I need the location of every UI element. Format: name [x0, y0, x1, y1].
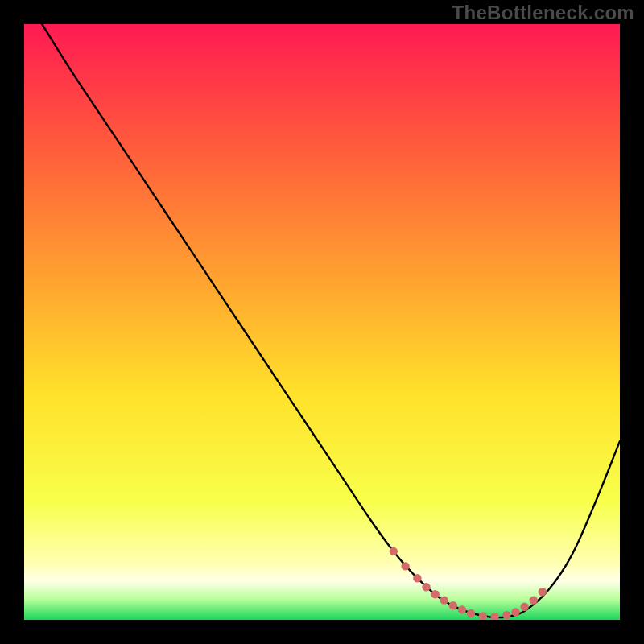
highlight-dot [530, 596, 538, 604]
highlight-dot [401, 562, 409, 570]
highlight-dot [458, 605, 466, 613]
chart-svg [24, 24, 620, 620]
gradient-bg [24, 24, 620, 620]
watermark-text: TheBottleneck.com [452, 2, 634, 24]
highlight-dot [440, 596, 448, 604]
chart-frame: TheBottleneck.com [0, 0, 644, 644]
highlight-dot [422, 583, 430, 591]
highlight-dot [431, 590, 439, 598]
highlight-dot [539, 588, 547, 596]
highlight-dot [467, 609, 475, 617]
plot-area [24, 24, 620, 620]
highlight-dot [413, 574, 421, 582]
highlight-dot [449, 601, 457, 609]
highlight-dot [502, 611, 510, 619]
highlight-dot [511, 608, 519, 616]
highlight-dot [520, 603, 528, 611]
highlight-dot [390, 547, 398, 555]
